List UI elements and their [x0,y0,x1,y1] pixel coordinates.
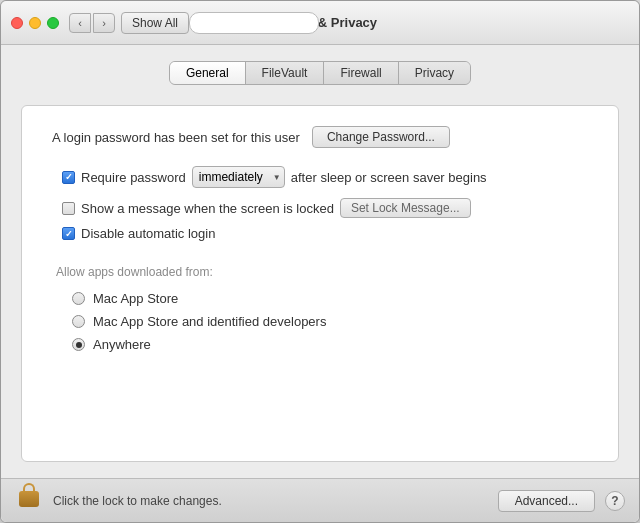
disable-login-checkbox[interactable] [62,227,75,240]
lock-body [19,491,39,507]
back-button[interactable]: ‹ [69,13,91,33]
tab-bar: General FileVault Firewall Privacy [169,61,471,85]
mac-app-store-radio[interactable] [72,292,85,305]
titlebar: ‹ › Show All Security & Privacy 🔍 [1,1,639,45]
traffic-lights [11,17,59,29]
tab-privacy[interactable]: Privacy [399,62,470,84]
download-source-radio-group: Mac App Store Mac App Store and identifi… [72,291,588,352]
radio-row-anywhere: Anywhere [72,337,588,352]
bottom-bar: Click the lock to make changes. Advanced… [1,478,639,522]
forward-button[interactable]: › [93,13,115,33]
show-message-checkbox[interactable] [62,202,75,215]
show-message-row: Show a message when the screen is locked… [62,198,588,218]
radio-row-identified: Mac App Store and identified developers [72,314,588,329]
tab-general[interactable]: General [170,62,246,84]
mac-app-store-identified-radio[interactable] [72,315,85,328]
tab-firewall[interactable]: Firewall [324,62,398,84]
allow-apps-label: Allow apps downloaded from: [56,265,588,279]
advanced-button[interactable]: Advanced... [498,490,595,512]
lock-click-text: Click the lock to make changes. [53,494,265,508]
after-sleep-text: after sleep or screen saver begins [291,170,487,185]
show-all-button[interactable]: Show All [121,12,189,34]
show-message-label: Show a message when the screen is locked [81,201,334,216]
login-password-row: A login password has been set for this u… [52,126,588,148]
close-button[interactable] [11,17,23,29]
search-input[interactable] [189,12,319,34]
radio-row-mac-app-store: Mac App Store [72,291,588,306]
disable-login-label: Disable automatic login [81,226,215,241]
require-password-row: Require password immediately ▼ after sle… [62,166,588,188]
immediately-dropdown-wrapper: immediately ▼ [192,166,285,188]
content-area: General FileVault Firewall Privacy A log… [1,45,639,478]
minimize-button[interactable] [29,17,41,29]
tabs: General FileVault Firewall Privacy [21,61,619,85]
require-password-checkbox[interactable] [62,171,75,184]
search-wrapper: 🔍 [189,12,319,34]
mac-app-store-label: Mac App Store [93,291,178,306]
tab-filevault[interactable]: FileVault [246,62,325,84]
general-panel: A login password has been set for this u… [21,105,619,462]
set-lock-message-button[interactable]: Set Lock Message... [340,198,471,218]
anywhere-label: Anywhere [93,337,151,352]
anywhere-radio[interactable] [72,338,85,351]
require-password-label: Require password [81,170,186,185]
change-password-button[interactable]: Change Password... [312,126,450,148]
immediately-select[interactable]: immediately [192,166,285,188]
lock-shackle [23,483,35,491]
main-window: ‹ › Show All Security & Privacy 🔍 Genera… [0,0,640,523]
maximize-button[interactable] [47,17,59,29]
lock-icon[interactable] [15,485,43,517]
login-password-text: A login password has been set for this u… [52,130,300,145]
mac-app-store-identified-label: Mac App Store and identified developers [93,314,326,329]
disable-login-row: Disable automatic login [62,226,588,241]
help-button[interactable]: ? [605,491,625,511]
nav-buttons: ‹ › [69,13,115,33]
